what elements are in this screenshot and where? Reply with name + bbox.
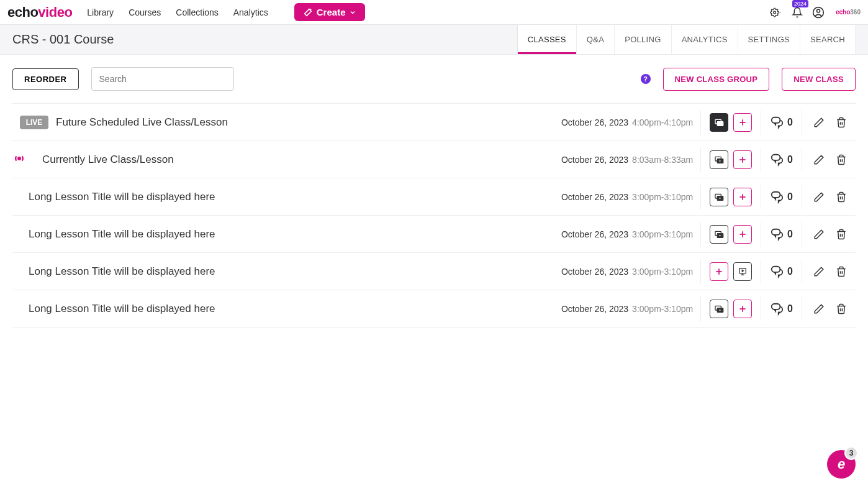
edit-button[interactable] [813,154,825,165]
top-navbar: echovideo Library Courses Collections An… [0,0,868,25]
live-badge: LIVE [20,116,49,129]
class-row[interactable]: Currently Live Class/LessonOctober 26, 2… [12,141,856,178]
add-content-button[interactable] [733,150,752,169]
add-content-button[interactable] [733,225,752,244]
comment-count: 0 [787,266,793,277]
brand-logo[interactable]: echovideo [7,4,72,21]
search-input[interactable] [91,67,234,91]
tab-polling[interactable]: POLLING [615,25,671,54]
tab-search[interactable]: SEARCH [800,25,856,54]
class-title: Currently Live Class/Lesson [42,154,561,166]
comment-count: 0 [787,154,793,165]
comments-button[interactable]: 0 [761,185,802,209]
class-title: Long Lesson Title will be displayed here [12,265,561,278]
nav-courses[interactable]: Courses [129,7,161,17]
user-circle-icon [812,6,825,19]
svg-marker-29 [742,270,743,272]
help-button[interactable]: ? [641,74,651,84]
delete-button[interactable] [836,229,847,240]
class-row[interactable]: Long Lesson Title will be displayed here… [12,216,856,253]
comments-button[interactable]: 0 [761,296,802,321]
edit-button[interactable] [813,191,825,203]
create-button[interactable]: Create [294,3,366,21]
class-date: October 26, 2023 [561,192,632,202]
nav-library[interactable]: Library [87,7,114,17]
class-title: Long Lesson Title will be displayed here [12,228,561,241]
nav-analytics[interactable]: Analytics [233,7,268,17]
tab-classes[interactable]: CLASSES [518,25,577,54]
settings-menu[interactable] [770,6,782,19]
course-title: CRS - 001 Course [12,32,114,47]
class-time: 3:00pm-3:10pm [632,304,700,314]
brand-part2: video [38,4,72,20]
media-button[interactable] [710,150,728,169]
tab-analytics[interactable]: ANALYTICS [672,25,738,54]
class-row[interactable]: LIVEFuture Scheduled Live Class/LessonOc… [12,104,856,141]
class-date: October 26, 2023 [561,267,632,277]
action-group [700,222,761,247]
comments-button[interactable]: 0 [761,110,802,135]
action-group [700,185,761,209]
add-content-button[interactable] [733,188,752,206]
notifications-button[interactable]: 2024 [791,6,803,19]
edit-group [802,147,856,172]
delete-button[interactable] [836,191,847,203]
media-button[interactable] [710,188,728,206]
action-group [700,259,761,284]
comments-button[interactable]: 0 [761,222,802,247]
comment-count: 0 [787,229,793,240]
class-date: October 26, 2023 [561,229,632,239]
class-row[interactable]: Long Lesson Title will be displayed here… [12,290,856,328]
tab-settings[interactable]: SETTINGS [738,25,800,54]
action-group [700,296,761,321]
edit-group [802,110,856,135]
course-tabs: CLASSES Q&A POLLING ANALYTICS SETTINGS S… [517,25,856,54]
add-content-button[interactable] [733,300,752,318]
brand-part1: echo [7,4,38,20]
edit-group [802,185,856,209]
class-date: October 26, 2023 [561,304,632,314]
wand-icon [303,7,313,17]
nav-links: Library Courses Collections Analytics Cr… [87,3,365,21]
edit-button[interactable] [813,266,825,277]
class-row[interactable]: Long Lesson Title will be displayed here… [12,253,856,290]
present-button[interactable] [733,262,752,281]
new-class-button[interactable]: NEW CLASS [782,68,856,91]
media-button[interactable] [710,300,728,318]
svg-point-2 [816,9,820,12]
class-list: LIVEFuture Scheduled Live Class/LessonOc… [12,103,856,328]
class-time: 3:00pm-3:10pm [632,267,700,277]
account-button[interactable] [812,6,825,19]
action-group [700,110,761,135]
delete-button[interactable] [836,117,847,128]
action-group [700,147,761,172]
nav-icons: 2024 echo360 [770,6,861,19]
broadcast-icon [12,152,26,167]
edit-group [802,222,856,247]
add-content-button[interactable] [710,262,728,281]
edit-group [802,296,856,321]
edit-button[interactable] [813,117,825,128]
reorder-button[interactable]: REORDER [12,68,79,90]
class-time: 4:00pm-4:10pm [632,117,700,127]
add-content-button[interactable] [733,113,752,132]
bell-icon [792,7,803,18]
delete-button[interactable] [836,303,847,314]
class-row[interactable]: Long Lesson Title will be displayed here… [12,178,856,216]
class-title: Long Lesson Title will be displayed here [12,191,561,203]
media-button[interactable] [710,113,728,132]
new-class-group-button[interactable]: NEW CLASS GROUP [663,68,770,91]
comments-button[interactable]: 0 [761,147,802,172]
media-button[interactable] [710,225,728,244]
chevron-down-icon [349,9,356,16]
delete-button[interactable] [836,154,847,165]
classes-toolbar: REORDER ? NEW CLASS GROUP NEW CLASS [0,55,868,103]
edit-button[interactable] [813,303,825,314]
tab-qa[interactable]: Q&A [577,25,615,54]
edit-button[interactable] [813,229,825,240]
delete-button[interactable] [836,266,847,277]
svg-point-0 [774,11,776,14]
comment-count: 0 [787,117,793,128]
comments-button[interactable]: 0 [761,259,802,284]
nav-collections[interactable]: Collections [176,7,218,17]
